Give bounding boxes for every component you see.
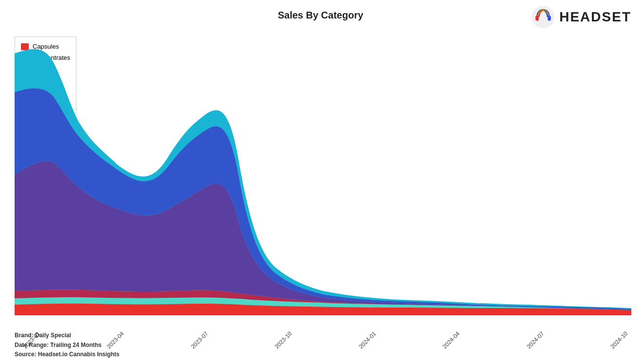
headset-logo-icon xyxy=(531,5,555,29)
footer-source: Source: Headset.io Cannabis Insights xyxy=(15,350,119,359)
area-chart-svg xyxy=(15,34,631,315)
chart-container: Sales By Category HEADSET Capsules xyxy=(0,0,641,364)
x-label-2: 2023-07 xyxy=(187,328,212,353)
footer-source-value: Headset.io Cannabis Insights xyxy=(38,351,119,358)
x-label-4: 2024-01 xyxy=(354,328,380,353)
logo-text: HEADSET xyxy=(559,9,631,25)
footer-brand-label: Brand: xyxy=(15,332,34,339)
x-label-3: 2023-10 xyxy=(271,328,296,353)
svg-point-0 xyxy=(532,6,555,29)
footer-source-label: Source: xyxy=(15,351,37,358)
chart-svg-area xyxy=(15,34,631,315)
footer-info: Brand: Daily Special Date Range: Trailin… xyxy=(15,331,119,359)
footer-brand-value: Daily Special xyxy=(35,332,71,339)
x-label-6: 2024-07 xyxy=(522,328,548,353)
logo: HEADSET xyxy=(531,5,631,29)
footer-brand: Brand: Daily Special xyxy=(15,331,119,340)
x-label-7: 2024-10 xyxy=(606,328,632,353)
footer-date-label: Date Range: xyxy=(15,342,49,348)
footer-date: Date Range: Trailing 24 Months xyxy=(15,341,119,350)
footer-date-value: Trailing 24 Months xyxy=(50,342,101,348)
x-label-5: 2024-04 xyxy=(439,328,464,353)
